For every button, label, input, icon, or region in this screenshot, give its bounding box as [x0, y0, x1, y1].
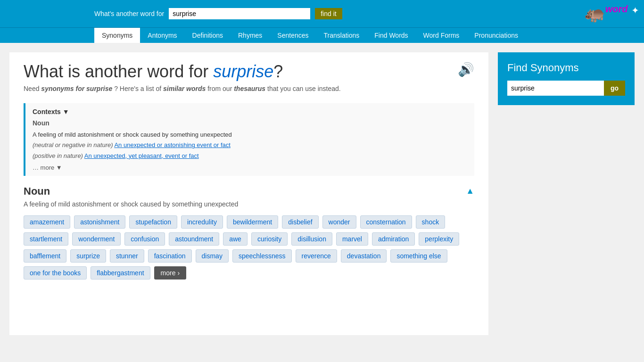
synonym-tag[interactable]: astonishment [74, 215, 125, 229]
nav-pronunciations[interactable]: Pronunciations [467, 28, 526, 43]
synonym-tag[interactable]: admiration [372, 232, 415, 246]
sidebar: Find Synonyms go [498, 52, 635, 335]
logo: 🦛 word HiPPO [584, 4, 635, 24]
synonym-tag[interactable]: devastation [341, 249, 387, 263]
sidebar-go-button[interactable]: go [604, 81, 625, 96]
nav-synonyms[interactable]: Synonyms [94, 28, 140, 43]
contexts-box: Contexts ▼ Noun A feeling of mild astoni… [24, 103, 474, 175]
synonym-tag[interactable]: reverence [296, 249, 337, 263]
nav-antonyms[interactable]: Antonyms [140, 28, 184, 43]
synonym-tag[interactable]: wonder [322, 215, 356, 229]
synonym-tag[interactable]: something else [390, 249, 447, 263]
page-title-container: 🔊 What is another word for surprise? [24, 62, 474, 82]
synonym-tag[interactable]: stunner [110, 249, 144, 263]
synonym-tag[interactable]: bafflement [24, 249, 66, 263]
synonym-tag[interactable]: startlement [24, 232, 68, 246]
nav-translations[interactable]: Translations [316, 28, 367, 43]
nav-word-forms[interactable]: Word Forms [416, 28, 467, 43]
synonym-tag[interactable]: perplexity [419, 232, 459, 246]
synonym-tag[interactable]: dismay [196, 249, 229, 263]
nav-rhymes[interactable]: Rhymes [231, 28, 270, 43]
synonym-tag[interactable]: stupefaction [129, 215, 177, 229]
synonym-tag[interactable]: speechlessness [232, 249, 292, 263]
content-area: 🔊 What is another word for surprise? Nee… [9, 52, 488, 335]
find-synonyms-title: Find Synonyms [507, 62, 625, 74]
noun-description: A feeling of mild astonishment or shock … [24, 200, 474, 208]
contexts-noun-label: Noun [33, 119, 467, 127]
synonym-tag[interactable]: curiosity [251, 232, 288, 246]
synonym-tag[interactable]: one for the books [24, 266, 87, 280]
synonym-tag[interactable]: wonderment [72, 232, 121, 246]
synonym-tag[interactable]: fascination [148, 249, 192, 263]
audio-icon[interactable]: 🔊 [458, 62, 474, 77]
synonym-tag[interactable]: incredulity [181, 215, 223, 229]
synonym-tag[interactable]: surprize [70, 249, 106, 263]
find-synonyms-form: go [507, 81, 625, 96]
find-synonyms-box: Find Synonyms go [498, 52, 635, 105]
synonym-tag[interactable]: bewilderment [227, 215, 278, 229]
noun-section: Noun ▲ A feeling of mild astonishment or… [24, 185, 474, 280]
synonym-tag[interactable]: disillusion [291, 232, 332, 246]
synonym-tag[interactable]: shock [416, 215, 446, 229]
nav-find-words[interactable]: Find Words [367, 28, 415, 43]
synonym-tag[interactable]: marvel [336, 232, 368, 246]
synonym-tag[interactable]: confusion [124, 232, 165, 246]
contexts-description: A feeling of mild astonishment or shock … [33, 130, 467, 161]
top-search-input[interactable] [169, 8, 310, 19]
synonym-tag[interactable]: consternation [360, 215, 412, 229]
star-decoration: ✦ [631, 5, 639, 16]
search-word: surprise [213, 62, 273, 81]
nav-definitions[interactable]: Definitions [185, 28, 231, 43]
synonym-tag[interactable]: astoundment [169, 232, 219, 246]
find-it-button[interactable]: find it [315, 8, 342, 19]
main-nav: Synonyms Antonyms Definitions Rhymes Sen… [0, 27, 644, 43]
main-layout: 🔊 What is another word for surprise? Nee… [0, 43, 644, 345]
subtitle: Need synonyms for surprise ? Here's a li… [24, 83, 474, 94]
synonym-tag[interactable]: flabbergastment [91, 266, 150, 280]
synonym-tag[interactable]: amazement [24, 215, 70, 229]
nav-sentences[interactable]: Sentences [270, 28, 316, 43]
more-button[interactable]: more › [154, 266, 186, 280]
synonyms-tags: amazementastonishmentstupefactionincredu… [24, 215, 474, 280]
contexts-title[interactable]: Contexts ▼ [33, 108, 467, 115]
synonym-tag[interactable]: awe [223, 232, 248, 246]
top-search-bar: What's another word for find it 🦛 word H… [0, 0, 644, 27]
sidebar-search-input[interactable] [507, 81, 604, 96]
noun-title: Noun [24, 185, 50, 197]
contexts-more[interactable]: … more ▼ [33, 164, 467, 171]
page-title: What is another word for surprise? [24, 62, 474, 82]
noun-header: Noun ▲ [24, 185, 474, 197]
top-search-label: What's another word for [94, 10, 164, 17]
synonym-tag[interactable]: disbelief [282, 215, 318, 229]
noun-collapse-icon[interactable]: ▲ [466, 186, 474, 196]
